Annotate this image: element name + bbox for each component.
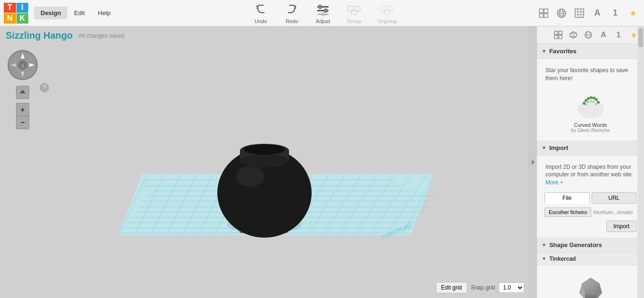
logo-k: K (17, 13, 29, 24)
3d-view-icon[interactable] (554, 6, 569, 20)
svg-point-75 (240, 154, 289, 167)
undo-label: Undo (255, 18, 267, 24)
number-panel-icon[interactable]: 1 (612, 28, 625, 41)
favorites-section-header[interactable]: ▼ Favorites (537, 44, 644, 59)
panel-scrollbar[interactable] (637, 26, 644, 298)
logo-i: I (17, 3, 29, 13)
polygon-thumbnail (576, 273, 606, 298)
svg-rect-15 (544, 14, 548, 17)
shape-generators-content: Polygon by Tinkercad - Pe... (537, 265, 644, 298)
redo-button[interactable]: Redo (280, 0, 304, 26)
grid-panel-icon[interactable] (552, 28, 565, 41)
svg-rect-6 (348, 6, 353, 11)
svg-point-95 (593, 97, 595, 99)
toolbar-center: Undo Redo (249, 0, 401, 26)
adjust-label: Adjust (316, 18, 330, 24)
undo-button[interactable]: Undo (249, 0, 272, 26)
project-title[interactable]: Sizzling Hango (6, 30, 73, 41)
import-more-link[interactable]: More + (545, 179, 563, 186)
redo-icon (284, 2, 299, 17)
zoom-in-button[interactable]: + (16, 103, 29, 116)
text-panel-icon[interactable]: A (597, 28, 610, 41)
scrollbar-thumb[interactable] (638, 28, 643, 47)
undo-icon (253, 2, 268, 17)
adjust-button[interactable]: Adjust (311, 0, 335, 26)
cube-panel-icon[interactable] (567, 28, 580, 41)
svg-point-102 (595, 103, 597, 105)
svg-rect-81 (554, 35, 558, 39)
panel-collapse-handle[interactable] (529, 26, 537, 298)
svg-rect-10 (388, 6, 393, 11)
view-up-button[interactable] (16, 86, 29, 99)
import-content: Import 2D or 3D shapes from your compute… (537, 156, 644, 238)
topbar: T I N K Design Edit Help Undo (0, 0, 644, 26)
tinkercad-sub-title: Tinkercad (549, 256, 576, 262)
canvas-area[interactable]: Sizzling Hango All changes saved ⌂ (0, 26, 529, 298)
favorites-title: Favorites (549, 48, 577, 55)
svg-rect-8 (351, 10, 357, 15)
svg-point-92 (585, 99, 587, 102)
shape-generators-section-header[interactable]: ▼ Shape Generators (537, 238, 644, 253)
shape-generators-title: Shape Generators (549, 241, 602, 248)
svg-rect-82 (559, 35, 562, 39)
compass-control[interactable]: ⌂ (8, 50, 38, 80)
ungroup-label: Ungroup (377, 18, 397, 24)
svg-point-72 (236, 166, 264, 187)
choose-file-button[interactable]: Escolher ficheiro (545, 207, 591, 217)
svg-point-99 (587, 101, 589, 103)
group-icon (347, 2, 362, 17)
logo[interactable]: T I N K (4, 3, 28, 24)
group-label: Group (347, 18, 362, 24)
group-button[interactable]: Group (342, 0, 366, 26)
number-icon[interactable]: 1 (608, 6, 622, 20)
adjust-icon (315, 2, 330, 17)
text-size-icon[interactable]: A (590, 6, 604, 20)
project-bar: Sizzling Hango All changes saved (0, 26, 529, 45)
svg-point-93 (587, 97, 590, 100)
navigation-controls: ⌂ + − (8, 50, 38, 129)
nav-edit[interactable]: Edit (67, 7, 91, 19)
import-submit-row: Import (541, 219, 640, 234)
toolbar-right-icons: A 1 ★ (537, 6, 640, 20)
nav-design[interactable]: Design (34, 7, 67, 19)
save-status: All changes saved (78, 33, 124, 39)
nav-menus: Design Edit Help (34, 7, 117, 19)
import-url-tab[interactable]: URL (592, 192, 637, 204)
sphere-panel-icon[interactable] (582, 28, 595, 41)
wireframe-icon[interactable] (572, 6, 586, 20)
redo-label: Redo (286, 18, 298, 24)
svg-point-94 (590, 96, 593, 99)
svg-rect-79 (554, 31, 558, 34)
grid-view-icon[interactable] (537, 6, 551, 20)
svg-marker-78 (532, 159, 535, 165)
svg-point-5 (321, 12, 325, 16)
edit-grid-button[interactable]: Edit grid (436, 282, 467, 293)
svg-point-3 (324, 8, 328, 12)
curved-words-author: by Glenn Reimche (571, 128, 610, 133)
scene-svg: TINKERCAD (81, 56, 448, 254)
panel-top-icons: A 1 ★ (537, 26, 644, 44)
shape-generators-grid: Polygon by Tinkercad - Pe... (541, 269, 640, 298)
import-submit-button[interactable]: Import (606, 221, 636, 232)
right-panel: A 1 ★ ▼ Favorites Star your favorite sha… (537, 26, 644, 298)
star-icon[interactable]: ★ (626, 6, 640, 20)
favorites-content: Star your favorite shapes to save them h… (537, 59, 644, 141)
svg-text:⌂: ⌂ (21, 62, 24, 69)
svg-point-101 (593, 101, 594, 103)
import-file-tab[interactable]: File (545, 192, 590, 204)
ungroup-button[interactable]: Ungroup (373, 0, 401, 26)
zoom-controls: + − (16, 103, 29, 129)
curved-words-thumbnail (576, 90, 606, 120)
import-tab-buttons: File URL (541, 190, 640, 206)
svg-rect-9 (381, 6, 386, 11)
snap-grid-label: Snap grid (471, 284, 495, 291)
tinkercad-sub-section-header[interactable]: ▼ Tinkercad (537, 253, 644, 265)
import-title: Import (549, 144, 568, 151)
curved-words-item[interactable]: Curved Words by Glenn Reimche (541, 86, 640, 137)
snap-grid-select[interactable]: 0.1 0.25 0.5 1.0 2.0 5.0 10.0 (499, 282, 524, 293)
zoom-out-button[interactable]: − (16, 116, 29, 129)
polygon-shape-item[interactable]: Polygon by Tinkercad - Pe... (566, 269, 614, 298)
import-section-header[interactable]: ▼ Import (537, 141, 644, 156)
nav-help[interactable]: Help (91, 7, 117, 19)
svg-point-91 (583, 102, 586, 105)
